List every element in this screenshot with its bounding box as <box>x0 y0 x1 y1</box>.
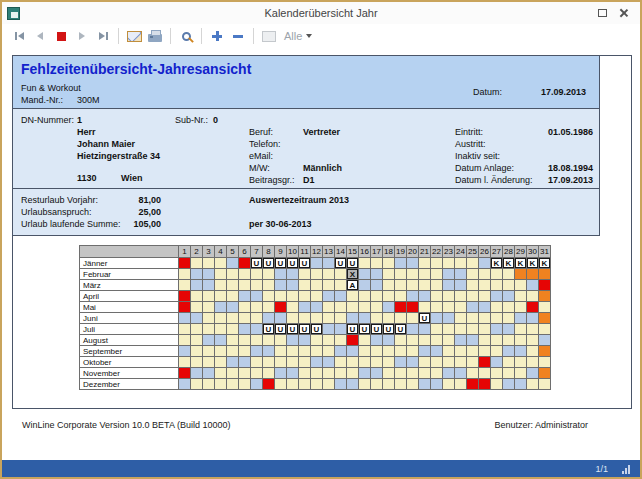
page-select-dropdown[interactable]: Alle <box>281 30 315 42</box>
calendar-day-cell <box>275 280 287 291</box>
calendar-day-cell <box>491 324 503 335</box>
calendar-day-cell <box>215 313 227 324</box>
calendar-day-cell <box>371 291 383 302</box>
zoom-button[interactable] <box>177 27 195 45</box>
calendar-day-cell <box>407 368 419 379</box>
record-stop-button[interactable] <box>52 27 70 45</box>
calendar-day-cell <box>203 368 215 379</box>
calendar-day-header: 23 <box>443 246 455 258</box>
calendar-day-cell <box>515 324 527 335</box>
calendar-day-cell: U <box>383 324 395 335</box>
calendar-day-cell <box>311 335 323 346</box>
image-export-button[interactable] <box>260 27 278 45</box>
calendar-day-cell <box>323 335 335 346</box>
calendar-day-cell <box>251 280 263 291</box>
toolbar-separator <box>118 28 119 44</box>
calendar-day-cell <box>383 302 395 313</box>
zoom-out-button[interactable] <box>229 27 247 45</box>
calendar-day-cell <box>359 335 371 346</box>
first-record-button[interactable] <box>10 27 28 45</box>
urlaubsanspruch-label: Urlaubsanspruch: <box>21 207 92 217</box>
calendar-day-cell: U <box>299 258 311 269</box>
calendar-day-cell <box>419 357 431 368</box>
send-mail-button[interactable] <box>125 27 143 45</box>
resize-grip-icon[interactable] <box>622 465 633 474</box>
calendar-day-header: 19 <box>395 246 407 258</box>
zoom-in-button[interactable] <box>208 27 226 45</box>
calendar-day-cell <box>395 346 407 357</box>
calendar-day-cell <box>215 269 227 280</box>
calendar-day-cell <box>539 335 551 346</box>
calendar-day-cell <box>299 335 311 346</box>
calendar-day-cell <box>359 280 371 291</box>
calendar-month-label: Juni <box>80 313 179 324</box>
calendar-day-cell <box>263 313 275 324</box>
calendar-day-cell <box>539 368 551 379</box>
minus-icon <box>233 31 243 41</box>
beitragsgr-label: Beitragsgr.: <box>249 175 295 185</box>
calendar-month-row: August <box>80 335 551 346</box>
calendar-day-cell <box>467 335 479 346</box>
calendar-day-cell <box>539 280 551 291</box>
calendar-day-cell <box>491 291 503 302</box>
calendar-day-cell <box>227 335 239 346</box>
calendar-day-cell <box>287 291 299 302</box>
calendar-day-cell <box>515 368 527 379</box>
calendar-month-row: September <box>80 346 551 357</box>
calendar-day-cell <box>383 280 395 291</box>
calendar-month-label: Mai <box>80 302 179 313</box>
calendar-day-cell <box>371 346 383 357</box>
calendar-day-cell <box>431 324 443 335</box>
calendar-day-cell <box>227 302 239 313</box>
calendar-day-cell <box>407 379 419 390</box>
mw-label: M/W: <box>249 163 270 173</box>
calendar-day-cell <box>347 302 359 313</box>
calendar-day-cell <box>491 302 503 313</box>
calendar-day-cell <box>311 346 323 357</box>
calendar-day-cell <box>191 357 203 368</box>
calendar-day-cell <box>479 324 491 335</box>
calendar-day-cell <box>515 346 527 357</box>
calendar-day-cell <box>311 291 323 302</box>
calendar-day-header: 1 <box>179 246 191 258</box>
calendar-day-cell <box>275 346 287 357</box>
calendar-day-cell <box>191 324 203 335</box>
calendar-day-cell <box>431 379 443 390</box>
calendar-day-cell <box>287 357 299 368</box>
calendar-day-cell <box>479 357 491 368</box>
calendar-day-cell <box>491 368 503 379</box>
year-calendar: 1234567891011121314151617181920212223242… <box>79 245 551 390</box>
calendar-month-row: Mai <box>80 302 551 313</box>
calendar-day-cell <box>227 379 239 390</box>
print-button[interactable] <box>146 27 164 45</box>
previous-record-button[interactable] <box>31 27 49 45</box>
calendar-day-cell <box>203 346 215 357</box>
calendar-month-label: Dezember <box>80 379 179 390</box>
calendar-day-cell <box>287 302 299 313</box>
calendar-day-cell <box>287 335 299 346</box>
calendar-day-cell <box>491 269 503 280</box>
person-name: Johann Maier <box>77 139 135 149</box>
calendar-day-cell <box>443 379 455 390</box>
calendar-day-cell <box>239 346 251 357</box>
calendar-day-cell <box>407 313 419 324</box>
calendar-day-cell <box>263 357 275 368</box>
calendar-day-cell <box>479 313 491 324</box>
calendar-day-cell <box>263 269 275 280</box>
calendar-month-label: September <box>80 346 179 357</box>
eintritt-value: 01.05.1986 <box>533 127 593 137</box>
calendar-day-cell <box>419 335 431 346</box>
dn-nummer-label: DN-Nummer: <box>21 115 74 125</box>
last-record-button[interactable] <box>94 27 112 45</box>
next-record-button[interactable] <box>73 27 91 45</box>
calendar-month-label: November <box>80 368 179 379</box>
calendar-day-cell <box>371 302 383 313</box>
resturlaub-value: 81,00 <box>101 195 161 205</box>
calendar-day-cell <box>299 313 311 324</box>
calendar-day-cell <box>407 291 419 302</box>
calendar-day-cell <box>539 357 551 368</box>
calendar-day-cell <box>179 346 191 357</box>
calendar-day-cell <box>395 368 407 379</box>
calendar-day-header: 20 <box>407 246 419 258</box>
calendar-day-cell <box>503 346 515 357</box>
